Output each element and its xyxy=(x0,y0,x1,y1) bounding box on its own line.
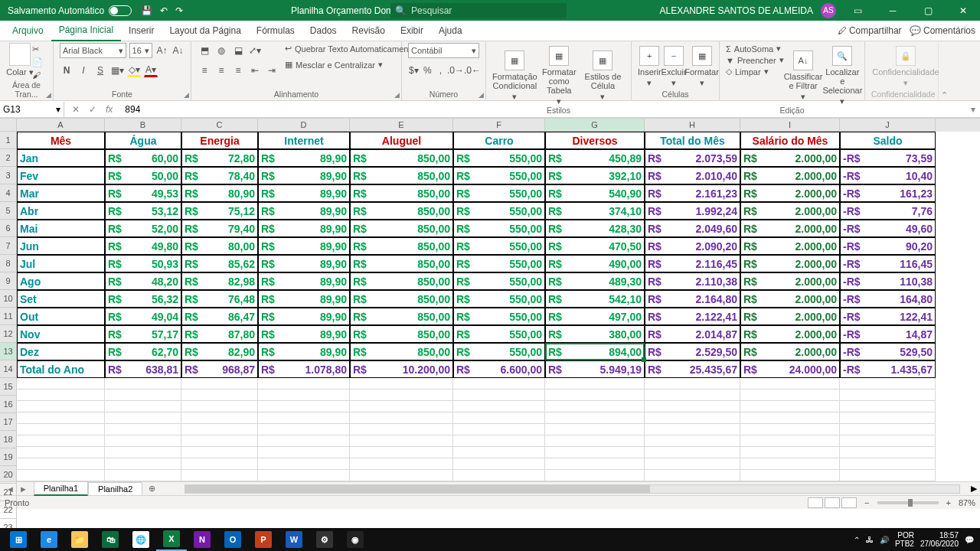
money-cell[interactable]: R$2.014,87 xyxy=(645,325,740,343)
row-header[interactable]: 4 xyxy=(0,184,17,202)
sheet-next-icon[interactable]: ► xyxy=(19,484,28,494)
money-cell[interactable]: R$75,12 xyxy=(181,202,258,220)
money-cell[interactable]: R$638,81 xyxy=(105,360,181,378)
expand-formula-icon[interactable]: ▾ xyxy=(966,104,980,115)
comments-button[interactable]: 💬 Comentários xyxy=(910,25,975,36)
empty-cell[interactable] xyxy=(17,390,105,401)
name-box[interactable]: G13▾ xyxy=(0,102,64,117)
row-header[interactable]: 15 xyxy=(0,378,17,396)
empty-cell[interactable] xyxy=(105,458,181,470)
paste-button[interactable]: Colar ▾ xyxy=(6,43,34,77)
ribbon-display-icon[interactable]: ▭ xyxy=(844,5,871,16)
money-cell[interactable]: R$2.073,59 xyxy=(645,149,740,167)
bold-button[interactable]: N xyxy=(60,64,74,77)
empty-cell[interactable] xyxy=(740,412,840,424)
merge-center-button[interactable]: ▦ Mesclar e Centralizar ▾ xyxy=(285,59,416,70)
money-cell[interactable]: R$540,90 xyxy=(545,184,645,202)
empty-cell[interactable] xyxy=(105,470,181,481)
redo-icon[interactable]: ↷ xyxy=(175,5,183,16)
percent-format-icon[interactable]: % xyxy=(423,64,433,77)
page-layout-view-icon[interactable] xyxy=(825,497,840,508)
empty-cell[interactable] xyxy=(258,447,350,458)
empty-cell[interactable] xyxy=(258,378,350,390)
empty-cell[interactable] xyxy=(453,390,545,401)
close-icon[interactable]: ✕ xyxy=(949,5,977,16)
empty-cell[interactable] xyxy=(181,470,258,481)
money-cell[interactable]: R$2.049,60 xyxy=(645,220,740,237)
sort-filter-button[interactable]: A↓Classificar e Filtrar▾ xyxy=(784,43,823,106)
find-select-button[interactable]: 🔍Localizar e Selecionar▾ xyxy=(822,43,862,106)
money-cell[interactable]: R$850,00 xyxy=(350,325,453,343)
font-size-select[interactable]: 16▾ xyxy=(129,43,152,58)
empty-cell[interactable] xyxy=(740,378,840,390)
page-break-view-icon[interactable] xyxy=(841,497,857,508)
column-header[interactable]: I xyxy=(740,119,840,132)
money-cell[interactable]: R$850,00 xyxy=(350,220,453,237)
word-icon[interactable]: W xyxy=(279,528,309,551)
zoom-slider[interactable] xyxy=(877,501,939,504)
empty-cell[interactable] xyxy=(350,390,453,401)
empty-cell[interactable] xyxy=(181,412,258,424)
empty-cell[interactable] xyxy=(740,447,840,458)
column-header-cell[interactable]: Internet xyxy=(258,132,350,149)
fill-color-button[interactable]: ◇▾ xyxy=(127,64,141,77)
money-cell[interactable]: -R$90,20 xyxy=(840,237,936,255)
search-input[interactable]: 🔍 Pesquisar xyxy=(390,3,567,18)
empty-cell[interactable] xyxy=(17,401,105,412)
empty-cell[interactable] xyxy=(17,412,105,424)
total-label-cell[interactable]: Total do Ano xyxy=(17,360,105,378)
empty-cell[interactable] xyxy=(350,424,453,435)
money-cell[interactable]: R$2.010,40 xyxy=(645,167,740,184)
month-cell[interactable]: Jul xyxy=(17,255,105,272)
money-cell[interactable]: R$2.164,80 xyxy=(645,290,740,308)
money-cell[interactable]: R$89,90 xyxy=(258,343,350,360)
money-cell[interactable]: -R$1.435,67 xyxy=(840,360,936,378)
empty-cell[interactable] xyxy=(840,378,936,390)
tray-up-icon[interactable]: ⌃ xyxy=(854,536,860,544)
empty-cell[interactable] xyxy=(181,390,258,401)
money-cell[interactable]: R$2.000,00 xyxy=(740,308,840,325)
column-header-cell[interactable]: Mês xyxy=(17,132,105,149)
column-header-cell[interactable]: Saldo xyxy=(840,132,936,149)
store-icon[interactable]: 🛍 xyxy=(95,528,126,551)
money-cell[interactable]: R$2.000,00 xyxy=(740,272,840,290)
outlook-icon[interactable]: O xyxy=(217,528,248,551)
spreadsheet-grid[interactable]: 1234567891011121314151617181920212223 AB… xyxy=(0,118,980,481)
align-bottom-icon[interactable]: ⬓ xyxy=(231,44,245,57)
money-cell[interactable]: R$89,90 xyxy=(258,255,350,272)
empty-cell[interactable] xyxy=(453,447,545,458)
money-cell[interactable]: R$80,00 xyxy=(181,237,258,255)
empty-cell[interactable] xyxy=(350,470,453,481)
empty-cell[interactable] xyxy=(740,435,840,447)
empty-cell[interactable] xyxy=(350,435,453,447)
empty-cell[interactable] xyxy=(17,447,105,458)
tab-view[interactable]: Exibir xyxy=(393,21,431,41)
money-cell[interactable]: R$490,00 xyxy=(545,255,645,272)
empty-cell[interactable] xyxy=(545,447,645,458)
money-cell[interactable]: R$550,00 xyxy=(453,237,545,255)
empty-cell[interactable] xyxy=(17,470,105,481)
onenote-icon[interactable]: N xyxy=(187,528,217,551)
money-cell[interactable]: R$48,20 xyxy=(105,272,181,290)
column-header-cell[interactable]: Água xyxy=(105,132,181,149)
money-cell[interactable]: -R$7,76 xyxy=(840,202,936,220)
row-header[interactable]: 5 xyxy=(0,202,17,220)
user-avatar[interactable]: AS xyxy=(821,3,836,18)
money-cell[interactable]: R$968,87 xyxy=(181,360,258,378)
number-format-select[interactable]: Contábil▾ xyxy=(408,43,479,58)
row-header[interactable]: 9 xyxy=(0,272,17,290)
row-header[interactable]: 2 xyxy=(0,149,17,167)
empty-cell[interactable] xyxy=(258,424,350,435)
tab-formulas[interactable]: Fórmulas xyxy=(249,21,302,41)
money-cell[interactable]: R$50,93 xyxy=(105,255,181,272)
clock[interactable]: 18:5727/06/2020 xyxy=(920,531,959,548)
money-cell[interactable]: R$89,90 xyxy=(258,184,350,202)
row-header[interactable]: 17 xyxy=(0,413,17,431)
undo-icon[interactable]: ↶ xyxy=(160,5,168,16)
money-cell[interactable]: R$850,00 xyxy=(350,255,453,272)
empty-cell[interactable] xyxy=(645,390,740,401)
increase-decimal-icon[interactable]: .0→ xyxy=(449,64,462,77)
money-cell[interactable]: R$550,00 xyxy=(453,167,545,184)
month-cell[interactable]: Mai xyxy=(17,220,105,237)
money-cell[interactable]: R$550,00 xyxy=(453,220,545,237)
